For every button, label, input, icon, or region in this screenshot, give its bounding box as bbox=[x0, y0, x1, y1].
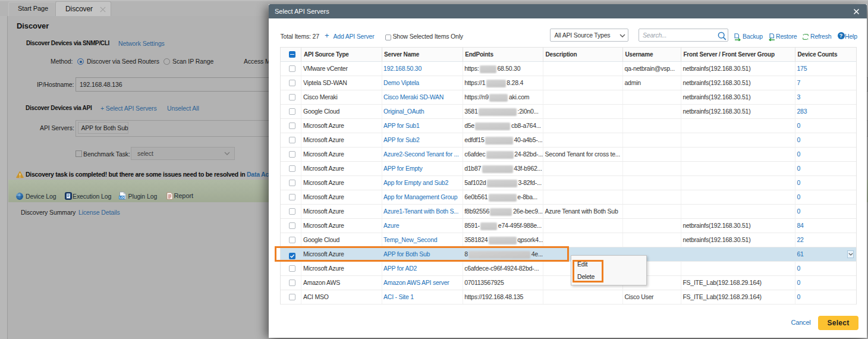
svg-text:LOG: LOG bbox=[119, 196, 126, 199]
